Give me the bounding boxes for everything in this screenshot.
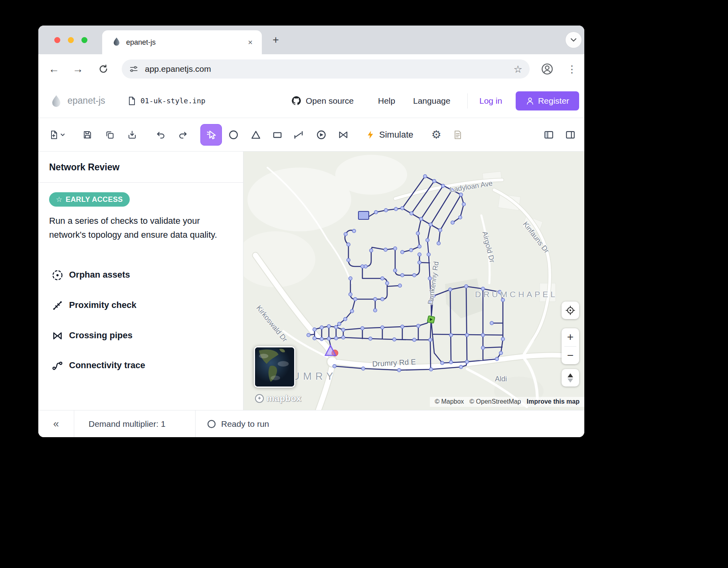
browser-menu-button[interactable]: ⋮ [563, 60, 581, 78]
file-name: 01-uk-style.inp [140, 97, 206, 105]
new-file-icon [49, 130, 59, 140]
improve-map-link[interactable]: Improve this map [527, 398, 580, 405]
mapbox-icon [255, 394, 264, 403]
early-access-badge: ☆ EARLY ACCESS [49, 192, 130, 207]
status-circle-icon [207, 419, 216, 429]
junction-circle-icon [228, 130, 239, 140]
status-bar: « Demand multiplier: 1 Ready to run [38, 410, 584, 437]
simulate-label: Simulate [379, 130, 413, 140]
browser-window: epanet-js × + ← → app.epanetjs.com ☆ [38, 26, 584, 437]
map-label-aldi: Aldi [495, 375, 507, 383]
geolocate-button[interactable] [562, 302, 579, 319]
forward-button[interactable]: → [69, 60, 87, 78]
window-zoom-button[interactable] [81, 37, 87, 43]
mapbox-logo[interactable]: mapbox [255, 393, 301, 404]
undo-button[interactable] [152, 126, 170, 144]
log-in-label: Log in [479, 96, 502, 106]
file-chip[interactable]: 01-uk-style.inp [127, 84, 206, 118]
pipe-icon [294, 130, 304, 140]
language-link[interactable]: Language [413, 84, 450, 118]
person-icon [526, 97, 534, 105]
new-tab-button[interactable]: + [269, 33, 283, 47]
tab-search-button[interactable] [566, 32, 582, 48]
tank-tool-button[interactable] [269, 126, 286, 144]
gear-icon: ⚙ [431, 129, 441, 140]
map-canvas[interactable]: Ladyloan Ave Kinfauns Dr Airgold Dr DRUM… [243, 152, 584, 410]
open-source-link[interactable]: Open source [291, 84, 354, 118]
reservoir-tool-button[interactable] [247, 126, 265, 144]
map-attribution: © Mapbox © OpenStreetMap Improve this ma… [430, 397, 584, 407]
orphan-assets-icon [51, 269, 63, 283]
address-bar[interactable]: app.epanetjs.com ☆ [122, 59, 530, 79]
satellite-inset-toggle[interactable] [254, 346, 295, 388]
window-close-button[interactable] [54, 37, 60, 43]
browser-tab[interactable]: epanet-js × [102, 30, 262, 54]
pitch-down-icon [568, 379, 573, 383]
select-tool-button[interactable] [200, 124, 222, 146]
favicon-drop-icon [112, 37, 121, 48]
help-label: Help [378, 96, 395, 106]
satellite-globe-icon [255, 347, 294, 387]
report-doc-icon [453, 130, 463, 140]
reload-button[interactable] [95, 60, 112, 78]
register-button[interactable]: Register [516, 91, 579, 110]
run-status-label: Ready to run [221, 419, 269, 429]
check-item-orphan-assets[interactable]: Orphan assets [38, 266, 243, 285]
map-label-drumchapel: DRUMCHAPEL [475, 290, 558, 299]
demand-multiplier[interactable]: Demand multiplier: 1 [74, 410, 196, 437]
lightning-icon [366, 130, 375, 140]
app-header: epanet-js 01-uk-style.inp Open source He… [38, 84, 584, 118]
open-source-label: Open source [306, 96, 354, 106]
badge-label: EARLY ACCESS [66, 195, 123, 204]
help-link[interactable]: Help [378, 84, 395, 118]
copy-icon [105, 130, 115, 140]
report-button[interactable] [449, 126, 467, 144]
redo-button[interactable] [174, 126, 191, 144]
bookmark-star-icon[interactable]: ☆ [514, 63, 522, 75]
check-item-label: Connectivity trace [69, 360, 145, 371]
network-review-panel: Network Review ☆ EARLY ACCESS Run a seri… [38, 152, 243, 410]
run-status: Ready to run [196, 410, 269, 437]
simulate-button[interactable]: Simulate [362, 125, 417, 144]
avatar-icon [541, 63, 554, 75]
attribution-mapbox-link[interactable]: © Mapbox [435, 398, 464, 405]
settings-button[interactable]: ⚙ [427, 126, 445, 144]
check-item-crossing-pipes[interactable]: Crossing pipes [38, 327, 243, 345]
profile-avatar-button[interactable] [538, 60, 556, 78]
editor-toolbar: Simulate ⚙ [38, 118, 584, 152]
header-divider [467, 93, 468, 108]
tab-close-icon[interactable]: × [244, 36, 256, 48]
window-minimize-button[interactable] [68, 37, 74, 43]
new-file-button[interactable] [45, 126, 69, 144]
toggle-right-panel-button[interactable] [562, 126, 579, 144]
chevron-down-icon [60, 133, 65, 136]
app-brand: epanet-js [49, 84, 105, 118]
valve-tool-button[interactable] [334, 126, 352, 144]
back-button[interactable]: ← [45, 60, 63, 78]
check-item-connectivity-trace[interactable]: Connectivity trace [38, 357, 243, 375]
toggle-left-panel-button[interactable] [540, 126, 558, 144]
pipe-tool-button[interactable] [290, 126, 308, 144]
undo-icon [156, 130, 166, 140]
mapbox-wordmark: mapbox [267, 393, 301, 404]
save-button[interactable] [79, 126, 96, 144]
panel-description: Run a series of checks to validate your … [49, 214, 229, 242]
site-settings-icon[interactable] [129, 64, 138, 74]
pump-tool-button[interactable] [313, 126, 330, 144]
check-item-proximity-check[interactable]: Proximity check [38, 297, 243, 315]
redo-icon [178, 130, 188, 140]
tank-rect-icon [272, 130, 283, 140]
tank-marker [358, 211, 369, 219]
zoom-in-button[interactable]: + [562, 328, 579, 346]
zoom-out-button[interactable]: − [562, 347, 579, 365]
log-in-link[interactable]: Log in [479, 84, 502, 118]
epanet-drop-logo-icon [49, 94, 63, 108]
junction-tool-button[interactable] [225, 126, 242, 144]
import-button[interactable] [123, 126, 141, 144]
collapse-panel-button[interactable]: « [38, 410, 74, 437]
check-item-label: Proximity check [69, 300, 136, 310]
pitch-toggle-button[interactable] [562, 369, 579, 387]
attribution-osm-link[interactable]: © OpenStreetMap [469, 398, 521, 405]
browser-toolbar: ← → app.epanetjs.com ☆ ⋮ [38, 54, 584, 84]
copy-button[interactable] [101, 126, 119, 144]
